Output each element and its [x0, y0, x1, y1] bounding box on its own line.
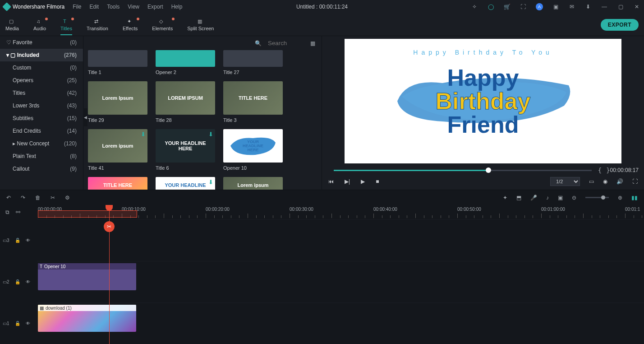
visibility-icon[interactable]: 👁 [26, 279, 30, 284]
mic-icon[interactable]: ⬇ [584, 4, 592, 10]
zoom-in-icon[interactable]: ⊕ [618, 195, 622, 201]
tab-elements[interactable]: ◇Elements [152, 19, 173, 31]
save-icon[interactable]: ▣ [552, 4, 559, 10]
tab-effects[interactable]: ✦Effects [123, 19, 138, 31]
menu-help[interactable]: Help [171, 4, 183, 10]
scrub-bar[interactable]: { } 00:00:08:17 [327, 167, 639, 173]
marker-icon[interactable]: ⬒ [516, 195, 521, 201]
download-icon[interactable]: ⬇ [208, 179, 213, 186]
sidebar-favorite[interactable]: ♡ Favorite(0) [0, 36, 83, 49]
track-head-3[interactable]: ▭3🔓👁 [0, 219, 37, 261]
tab-audio[interactable]: ♫Audio [33, 19, 46, 31]
display-icon[interactable]: ▭ [589, 178, 594, 185]
mark-in-icon[interactable]: { [598, 167, 602, 174]
scrub-track[interactable] [334, 170, 592, 171]
sidebar-custom[interactable]: Custom(0) [0, 61, 83, 74]
link-icon[interactable]: ⚯ [16, 209, 20, 215]
thumb-title-29[interactable]: Lorem IpsumTitle 29 [88, 81, 147, 123]
minimize-icon[interactable]: — [601, 4, 608, 10]
adjust-icon[interactable]: ⚙ [65, 195, 70, 201]
zoom-slider[interactable] [585, 197, 609, 198]
menu-tools[interactable]: Tools [107, 4, 120, 10]
menu-file[interactable]: File [73, 4, 81, 10]
thumb-title-1[interactable]: Title 1 [88, 50, 147, 75]
play-icon[interactable]: ▶ [361, 178, 365, 185]
cut-icon[interactable]: ✂ [51, 195, 55, 201]
voiceover-icon[interactable]: 🎤 [530, 195, 537, 201]
thumb-title-6[interactable]: YOUR HEADLINE HERE⬇Title 6 [156, 129, 215, 171]
sidebar-end-credits[interactable]: End Credits(14) [0, 125, 83, 137]
zoom-out-icon[interactable]: ⊖ [572, 195, 576, 201]
delete-icon[interactable]: 🗑 [35, 195, 41, 201]
clip-opener-10[interactable]: TOpener 10 [38, 263, 136, 290]
user-avatar[interactable]: A [536, 3, 543, 10]
thumb-title-28[interactable]: LOREM IPSUMTitle 28 [156, 81, 215, 123]
lock-icon[interactable]: 🔓 [15, 238, 20, 243]
grid-view-icon[interactable]: ▦ [310, 40, 315, 46]
thumb-unnamed[interactable]: YOUR HEADLINE⬇ [156, 177, 215, 190]
sidebar-openers[interactable]: Openers(25) [0, 74, 83, 87]
menu-view[interactable]: View [128, 4, 139, 10]
menu-export[interactable]: Export [147, 4, 163, 10]
thumb-unnamed[interactable]: Lorem ipsum [223, 177, 283, 190]
thumb-unnamed[interactable]: TITLE HERE [88, 177, 147, 190]
render-icon[interactable]: ✦ [503, 195, 507, 201]
fit-timeline-icon[interactable]: ▮▮ [631, 195, 638, 201]
fullscreen-icon[interactable]: ⛶ [632, 178, 638, 185]
thumb-title-27[interactable]: Title 27 [223, 50, 283, 75]
cart-icon[interactable]: 🛒 [503, 4, 511, 10]
manage-tracks-icon[interactable]: ⧉ [5, 209, 9, 215]
track-head-2[interactable]: ▭2🔓👁 [0, 261, 37, 302]
playhead-cut-icon[interactable]: ✂ [104, 221, 115, 232]
visibility-icon[interactable]: 👁 [26, 321, 30, 326]
lock-icon[interactable]: 🔓 [15, 321, 20, 326]
stop-icon[interactable]: ■ [376, 178, 379, 185]
thumb-title-3[interactable]: TITLE HERETitle 3 [223, 81, 283, 123]
gift-icon[interactable]: ⛶ [520, 4, 527, 10]
close-icon[interactable]: ✕ [633, 4, 640, 10]
thumb-title-41[interactable]: Lorem ipsum⬇Title 41 [88, 129, 147, 171]
tab-media[interactable]: ▢Media [5, 19, 19, 31]
volume-icon[interactable]: 🔊 [616, 178, 623, 185]
download-icon[interactable]: ⬇ [208, 131, 213, 138]
sidebar-callout[interactable]: Callout(9) [0, 163, 83, 175]
clip-download--1-[interactable]: ▦download (1) [38, 305, 136, 332]
search-icon[interactable]: 🔍 [255, 40, 262, 46]
headphones-icon[interactable]: ◯ [487, 4, 494, 10]
prev-frame-icon[interactable]: ⏮ [328, 178, 334, 185]
lock-icon[interactable]: 🔓 [15, 279, 20, 284]
sidebar-plain-text[interactable]: Plain Text(8) [0, 150, 83, 163]
sidebar-titles[interactable]: Titles(42) [0, 87, 83, 99]
tab-split-screen[interactable]: ▥Split Screen [187, 19, 214, 31]
undo-icon[interactable]: ↶ [6, 195, 11, 201]
crop-icon[interactable]: ▣ [558, 195, 563, 201]
maximize-icon[interactable]: ▢ [617, 4, 624, 10]
step-back-icon[interactable]: ▶| [345, 178, 350, 185]
track-3[interactable] [37, 219, 644, 261]
track-2[interactable]: TOpener 10 [37, 261, 644, 302]
audio-mixer-icon[interactable]: ♪ [546, 195, 549, 201]
sidebar-included[interactable]: ▾ ▢ Included(276) [0, 49, 83, 61]
sidebar-new-concept[interactable]: ▸ New Concept(120) [0, 137, 83, 150]
download-icon[interactable]: ⬇ [141, 131, 146, 138]
sidebar-lower-3rds[interactable]: Lower 3rds(43) [0, 99, 83, 112]
track-1[interactable]: ▦download (1) [37, 302, 644, 344]
track-head-1[interactable]: ▭1🔓👁 [0, 302, 37, 344]
tab-transition[interactable]: ⇄Transition [87, 19, 108, 31]
tab-titles[interactable]: TTitles [60, 19, 72, 31]
visibility-icon[interactable]: 👁 [26, 238, 30, 243]
mail-icon[interactable]: ✉ [568, 4, 575, 10]
menu-edit[interactable]: Edit [90, 4, 99, 10]
zoom-select[interactable]: 1/2 [550, 177, 580, 186]
mark-out-icon[interactable]: } [606, 167, 610, 174]
tips-icon[interactable]: ✧ [471, 4, 478, 10]
selection-range[interactable] [38, 210, 137, 218]
playhead[interactable]: ✂ [109, 205, 110, 344]
thumb-opener-2[interactable]: Opener 2 [156, 50, 215, 75]
search-input[interactable] [268, 40, 304, 46]
snapshot-icon[interactable]: ◉ [603, 178, 607, 185]
track-area[interactable]: 00:00:00:0000:00:10:0000:00:20:0000:00:3… [37, 205, 644, 344]
time-ruler[interactable]: 00:00:00:0000:00:10:0000:00:20:0000:00:3… [37, 205, 644, 219]
redo-icon[interactable]: ↷ [21, 195, 25, 201]
collapse-sidebar-handle[interactable]: ◀ [83, 108, 87, 126]
